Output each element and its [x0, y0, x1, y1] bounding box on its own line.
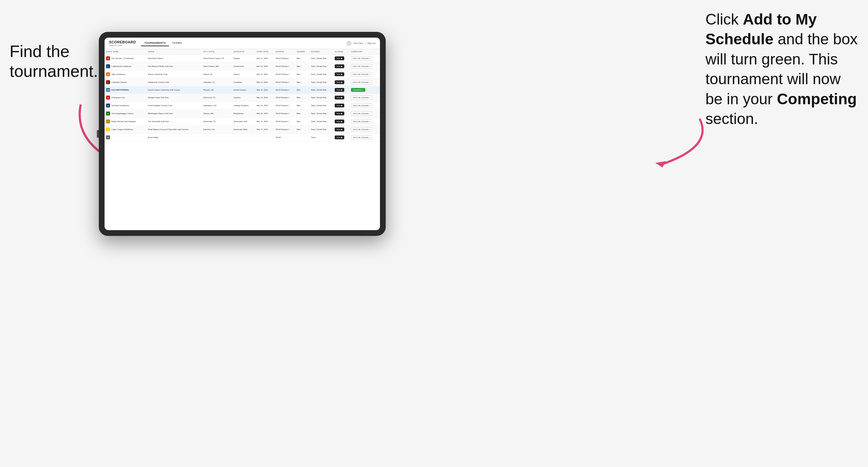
td-gender: Men	[295, 86, 310, 94]
td-hosted-by: Auburn	[232, 70, 255, 79]
td-hosted-by: Louisiana	[232, 79, 255, 86]
add-to-schedule-button[interactable]: Add to My Schedule +	[351, 95, 372, 100]
left-annotation: Find the tournament.	[9, 41, 99, 81]
td-gender: Men	[295, 70, 310, 79]
table-row: K Linger Longer Invitational Great Water…	[104, 126, 380, 133]
td-division: NCAA Division I	[274, 118, 295, 126]
td-start-date: Mar 15, 2024	[255, 102, 274, 110]
school-logo: K	[106, 127, 110, 131]
col-event-name: EVENT NAME	[104, 49, 146, 55]
td-city-state: Lafayette, LA	[202, 79, 232, 86]
add-to-schedule-button[interactable]: Add to My Schedule +	[351, 64, 372, 68]
td-actions: View ◉	[333, 79, 349, 86]
view-button[interactable]: View ◉	[335, 103, 344, 107]
table-row: H Champions Cup Shadow Hawk Golf ClubRic…	[104, 94, 380, 102]
tab-teams[interactable]: TEAMS	[169, 40, 185, 46]
td-venue: Worthington Manor Golf Club	[146, 110, 202, 118]
td-actions: View ◉	[333, 86, 349, 94]
td-competing: Add to My Schedule +	[349, 62, 380, 70]
td-actions: View ◉	[333, 133, 349, 142]
add-to-schedule-button[interactable]: Add to My Schedule +	[351, 127, 372, 132]
view-button[interactable]: View ◉	[335, 127, 344, 131]
nav-tabs: TOURNAMENTS TEAMS	[141, 40, 185, 46]
view-button[interactable]: View ◉	[335, 88, 344, 92]
td-venue: Brook Valley	[146, 133, 202, 142]
td-venue: The Sevierville Golf Club	[146, 118, 202, 126]
td-scoring: Team, Stroke Play	[310, 126, 333, 133]
td-hosted-by: Houston	[232, 94, 255, 102]
td-competing: Add to My Schedule +	[349, 102, 380, 110]
td-start-date: Mar 11, 2024	[255, 79, 274, 86]
view-button[interactable]: View ◉	[335, 112, 344, 115]
td-actions: View ◉	[333, 118, 349, 126]
td-start-date: Mar 13, 2024	[255, 94, 274, 102]
td-venue: Auburn University Club	[146, 70, 202, 79]
add-to-schedule-button[interactable]: Add to My Schedule +	[351, 119, 372, 124]
event-name-text: Schenkel Invitational	[111, 104, 129, 106]
td-gender: Men	[295, 102, 310, 110]
school-logo: H	[106, 96, 110, 99]
add-to-schedule-button[interactable]: Add to My Schedule +	[351, 80, 372, 85]
view-button[interactable]: View ◉	[335, 96, 344, 99]
col-competing: COMPETING	[349, 49, 380, 55]
td-division: NCAA Division I	[274, 70, 295, 79]
competing-button[interactable]: Competing ✓	[351, 88, 365, 92]
td-event-name: H Champions Cup	[104, 94, 146, 102]
td-venue: Grand Canyon University Golf Course	[146, 86, 202, 94]
td-city-state: Richmond, TX	[202, 94, 232, 102]
td-hosted-by	[232, 133, 255, 142]
table-row: B The Carpetbagger Classic Worthington M…	[104, 110, 380, 118]
td-scoring: Team, Stroke Play	[310, 118, 333, 126]
tablet-frame: SCOREBOARD Powered by clippd TOURNAMENTS…	[99, 32, 386, 236]
add-to-schedule-button[interactable]: Add to My Schedule +	[351, 72, 372, 76]
td-hosted-by: Georgia Southern	[232, 102, 255, 110]
header-right: Test User | Sign out	[346, 41, 375, 46]
sign-out-link[interactable]: Sign out	[367, 42, 375, 44]
td-city-state: Urbana, MD	[202, 110, 232, 118]
td-gender	[295, 133, 310, 142]
td-actions: View ◉	[333, 102, 349, 110]
add-to-schedule-button[interactable]: Add to My Schedule +	[351, 135, 372, 139]
view-button[interactable]: View ◉	[335, 135, 344, 139]
td-actions: View ◉	[333, 70, 349, 79]
td-competing: Add to My Schedule +	[349, 70, 380, 79]
add-to-schedule-button[interactable]: Add to My Schedule +	[351, 103, 372, 108]
event-name-text: Linger Longer Invitational	[111, 128, 133, 130]
col-division: DIVISION	[274, 49, 295, 55]
td-city-state: Saint Charles, MO	[202, 62, 232, 70]
td-scoring: Team, Stroke Play	[310, 110, 333, 118]
td-gender: Men	[295, 118, 310, 126]
col-actions: ACTIONS	[333, 49, 349, 55]
td-division: NCAA Division I	[274, 86, 295, 94]
td-actions: View ◉	[333, 110, 349, 118]
td-event-name: L Louisiana Classics	[104, 79, 146, 86]
view-button[interactable]: View ◉	[335, 120, 344, 123]
td-division: NCAA Division I	[274, 94, 295, 102]
td-scoring: Team, Stroke Play	[310, 55, 333, 62]
add-to-schedule-button[interactable]: Add to My Schedule +	[351, 111, 372, 116]
app-header: SCOREBOARD Powered by clippd TOURNAMENTS…	[104, 38, 380, 49]
tab-tournaments[interactable]: TOURNAMENTS	[141, 40, 169, 46]
event-name-text: Lindenwood Invitational	[111, 65, 131, 67]
td-venue: Great Waters Course At Reynolds Lake Oco…	[146, 126, 202, 133]
td-city-state: Saint Simons Island, GA	[202, 55, 232, 62]
td-start-date: Mar 17, 2024	[255, 126, 274, 133]
view-button[interactable]: View ◉	[335, 64, 344, 68]
td-division: NCAA Division I	[274, 55, 295, 62]
event-name-text: Louisiana Classics	[111, 81, 127, 83]
td-scoring: Team, Stroke Play	[310, 86, 333, 94]
event-name-text: GCU INVITATIONAL	[111, 89, 129, 91]
col-venue: VENUE	[146, 49, 202, 55]
td-event-name: A Tiger Invitational	[104, 70, 146, 79]
td-city-state: Eatonton, GA	[202, 126, 232, 133]
view-button[interactable]: View ◉	[335, 56, 344, 60]
td-scoring: Team,	[310, 133, 333, 142]
add-to-schedule-button[interactable]: Add to My Schedule +	[351, 56, 372, 61]
td-hosted-by: Binghamton	[232, 110, 255, 118]
td-division: NCAA Division I	[274, 102, 295, 110]
view-button[interactable]: View ◉	[335, 72, 344, 76]
view-button[interactable]: View ◉	[335, 80, 344, 84]
right-arrow-icon	[634, 112, 723, 175]
td-venue: The Missouri Bluffs Golf Club	[146, 62, 202, 70]
td-competing: Add to My Schedule +	[349, 94, 380, 102]
